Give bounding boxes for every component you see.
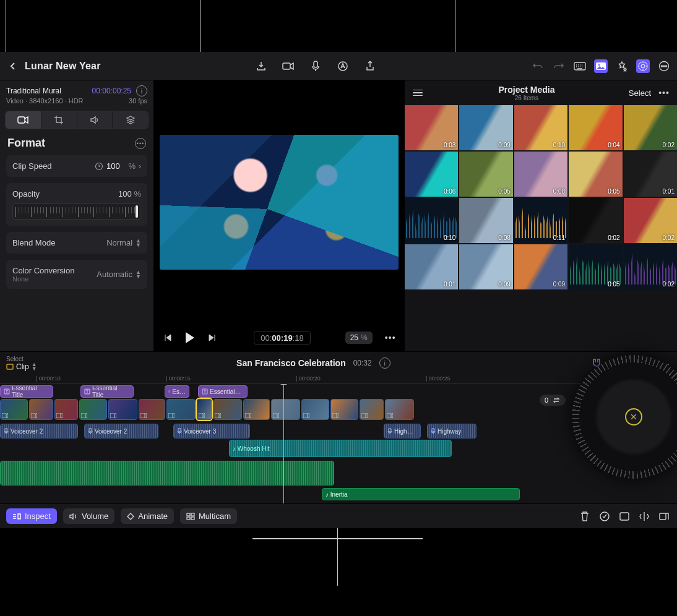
title-clip[interactable]: Essential Title bbox=[80, 385, 134, 398]
video-clip[interactable] bbox=[29, 399, 53, 420]
timeline-scope-button[interactable]: Clip ▲▼ bbox=[6, 362, 37, 371]
voiceover-clip[interactable]: Voiceover 2 bbox=[84, 424, 158, 438]
voiceover-clip[interactable]: Highway bbox=[427, 424, 476, 438]
media-thumbnail[interactable]: 0:08 bbox=[459, 198, 512, 243]
voiceover-clip[interactable]: High… bbox=[384, 424, 421, 438]
viewer-more-icon[interactable]: ••• bbox=[384, 331, 397, 344]
voiceover-clip[interactable]: Voiceover 3 bbox=[173, 424, 250, 438]
format-more-icon[interactable]: ••• bbox=[135, 138, 146, 149]
tab-layers[interactable] bbox=[113, 111, 148, 129]
tab-crop[interactable] bbox=[41, 111, 77, 129]
undo-icon[interactable] bbox=[531, 59, 545, 73]
video-clip[interactable] bbox=[271, 399, 300, 420]
split-icon[interactable] bbox=[637, 510, 651, 523]
video-clip[interactable] bbox=[360, 399, 384, 420]
media-thumbnail[interactable]: 0:03 bbox=[405, 105, 458, 150]
video-clip[interactable] bbox=[213, 399, 242, 420]
clip-speed-row[interactable]: Clip Speed 100 % › bbox=[6, 155, 147, 177]
browser-more-icon[interactable]: ••• bbox=[657, 86, 671, 100]
enable-icon[interactable] bbox=[598, 510, 611, 523]
inspect-button[interactable]: Inspect bbox=[6, 508, 57, 524]
trim-icon[interactable] bbox=[657, 510, 671, 523]
video-clip[interactable] bbox=[108, 399, 137, 420]
svg-rect-14 bbox=[7, 364, 13, 369]
timecode-display[interactable]: 00:00:19:18 bbox=[254, 331, 310, 345]
multicam-button[interactable]: Multicam bbox=[180, 508, 237, 524]
media-thumbnail[interactable]: 0:02 bbox=[624, 244, 677, 289]
effects-icon[interactable] bbox=[615, 59, 629, 73]
animate-button[interactable]: Animate bbox=[121, 508, 174, 524]
volume-button[interactable]: Volume bbox=[63, 508, 114, 524]
share-icon[interactable] bbox=[363, 59, 377, 73]
media-thumbnail[interactable]: 0:04 bbox=[569, 105, 622, 150]
close-icon[interactable]: ✕ bbox=[625, 408, 642, 426]
video-clip[interactable] bbox=[139, 399, 165, 420]
timeline-ruler[interactable]: | 00:00:10| 00:00:15| 00:00:20| 00:00:25 bbox=[0, 374, 677, 384]
title-clip[interactable]: Es… bbox=[165, 385, 189, 398]
media-thumbnail[interactable]: 0:02 bbox=[624, 198, 677, 243]
text-icon[interactable] bbox=[336, 59, 350, 73]
media-thumbnail[interactable]: 0:05 bbox=[569, 244, 622, 289]
video-clip[interactable] bbox=[54, 399, 78, 420]
import-icon[interactable] bbox=[254, 59, 268, 73]
video-clip[interactable] bbox=[0, 399, 28, 420]
redo-icon[interactable] bbox=[552, 59, 566, 73]
viewer-canvas[interactable] bbox=[160, 135, 399, 270]
voiceover-icon[interactable] bbox=[309, 59, 322, 73]
media-thumbnail[interactable]: 0:06 bbox=[405, 152, 458, 197]
color-conversion-row[interactable]: Color Conversion None Automatic ▲▼ bbox=[6, 260, 147, 289]
music-clip[interactable]: ♪ Inertia bbox=[322, 488, 520, 500]
tab-audio[interactable] bbox=[77, 111, 113, 129]
video-clip[interactable] bbox=[330, 399, 358, 420]
expand-icon[interactable] bbox=[618, 510, 631, 523]
next-frame-button[interactable] bbox=[205, 331, 219, 344]
media-thumbnail[interactable]: 0:05 bbox=[459, 152, 512, 197]
media-thumbnail[interactable]: 0:09 bbox=[459, 244, 512, 289]
title-clip[interactable]: Essential… bbox=[198, 385, 248, 398]
media-thumbnail[interactable]: 0:10 bbox=[514, 105, 567, 150]
video-clip[interactable] bbox=[243, 399, 270, 420]
media-thumbnail[interactable]: 0:05 bbox=[569, 152, 622, 197]
media-thumbnail[interactable]: 0:09 bbox=[459, 105, 512, 150]
trash-icon[interactable] bbox=[578, 510, 592, 523]
sfx-clip[interactable]: ♪ Whoosh Hit bbox=[229, 440, 452, 457]
info-icon[interactable]: i bbox=[379, 357, 390, 369]
media-thumbnail[interactable]: 0:08 bbox=[514, 152, 567, 197]
info-icon[interactable]: i bbox=[136, 85, 147, 96]
video-clip[interactable] bbox=[166, 399, 196, 420]
media-thumbnail[interactable]: 0:02 bbox=[569, 198, 622, 243]
back-button[interactable] bbox=[6, 59, 20, 73]
media-thumbnail[interactable]: 0:11 bbox=[514, 198, 567, 243]
opacity-slider[interactable] bbox=[12, 203, 141, 220]
media-thumbnail[interactable]: 0:10 bbox=[405, 198, 458, 243]
browser-select-button[interactable]: Select bbox=[629, 88, 651, 98]
media-thumbnail[interactable]: 0:02 bbox=[624, 105, 677, 150]
keyboard-icon[interactable] bbox=[573, 59, 587, 73]
more-icon[interactable] bbox=[657, 59, 671, 73]
svg-rect-30 bbox=[245, 413, 249, 418]
media-thumbnail[interactable]: 0:01 bbox=[405, 244, 458, 289]
voiceover-clip[interactable]: Voiceover 2 bbox=[0, 424, 78, 438]
video-clip[interactable] bbox=[79, 399, 107, 420]
video-clip[interactable] bbox=[197, 399, 212, 420]
video-clip[interactable] bbox=[301, 399, 329, 420]
media-thumbnail[interactable]: 0:09 bbox=[514, 244, 567, 289]
media-thumbnail[interactable]: 0:01 bbox=[624, 152, 677, 197]
video-clip[interactable] bbox=[385, 399, 414, 420]
browser-list-icon[interactable] bbox=[411, 86, 425, 100]
title-clip[interactable]: Essential Title bbox=[0, 385, 53, 398]
music-clip[interactable] bbox=[0, 461, 334, 486]
jog-icon[interactable] bbox=[636, 59, 650, 73]
nudge-toggle[interactable]: 0 bbox=[540, 395, 566, 406]
media-icon[interactable] bbox=[594, 59, 608, 73]
blend-mode-row[interactable]: Blend Mode Normal ▲▼ bbox=[6, 232, 147, 254]
svg-rect-44 bbox=[191, 517, 194, 520]
play-button[interactable] bbox=[186, 332, 194, 343]
prev-frame-button[interactable] bbox=[161, 331, 175, 344]
playhead[interactable] bbox=[283, 384, 284, 503]
tab-video[interactable] bbox=[6, 111, 41, 129]
zoom-control[interactable]: 25 % bbox=[345, 332, 373, 344]
svg-rect-32 bbox=[303, 413, 308, 418]
camera-icon[interactable] bbox=[282, 59, 295, 73]
svg-point-6 bbox=[639, 62, 647, 71]
